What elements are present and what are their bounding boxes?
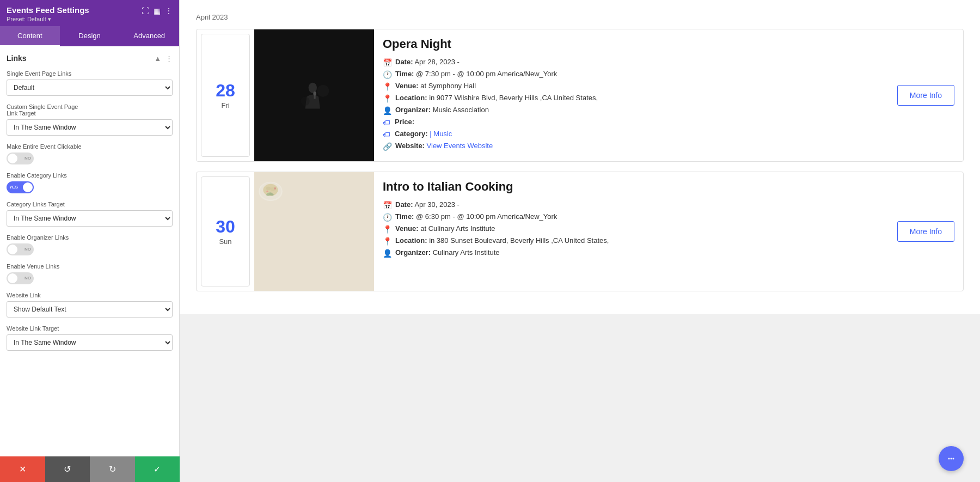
event-organizer-detail-cooking: 👤 Organizer: Culinary Arts Institute: [383, 248, 880, 258]
single-event-select[interactable]: Default Custom: [7, 80, 173, 96]
svg-point-18: [953, 458, 954, 460]
tab-content[interactable]: Content: [0, 26, 60, 46]
enable-category-knob: [23, 182, 33, 192]
panel-header: Events Feed Settings Preset: Default ▾ ⛶…: [0, 0, 179, 26]
date-label-opera: Date:: [395, 58, 413, 66]
cancel-button[interactable]: ✕: [0, 456, 45, 482]
event-price-detail-opera: 🏷 Price:: [383, 118, 880, 127]
more-info-button-cooking[interactable]: More Info: [897, 221, 954, 242]
website-link-target-select[interactable]: In The Same Window In A New Window: [7, 334, 173, 351]
layout-icon[interactable]: ▦: [154, 7, 161, 15]
panel-header-left: Events Feed Settings Preset: Default ▾: [7, 5, 89, 23]
price-icon-opera: 🏷: [383, 118, 391, 127]
enable-category-toggle[interactable]: YES: [7, 181, 34, 193]
save-button[interactable]: ✓: [135, 456, 180, 482]
event-website-detail-opera: 🔗 Website: View Events Website: [383, 142, 880, 151]
event-date-box-cooking: 30 Sun: [201, 176, 250, 286]
calendar-icon-cooking: 📅: [383, 201, 392, 210]
event-title-opera: Opera Night: [383, 37, 880, 51]
event-location-detail-cooking: 📍 Location: in 380 Sunset Boulevard, Bev…: [383, 236, 880, 246]
svg-point-5: [301, 97, 309, 106]
event-date-detail-opera: 📅 Date: Apr 28, 2023 -: [383, 58, 880, 67]
make-entire-event-group: Make Entire Event Clickable NO: [7, 143, 173, 164]
website-value-opera[interactable]: View Events Website: [427, 142, 493, 150]
section-more-icon[interactable]: ⋮: [166, 54, 173, 63]
make-entire-event-toggle[interactable]: NO: [7, 152, 34, 164]
date-label-cooking: Date:: [395, 200, 413, 209]
organizer-label-cooking: Organizer:: [395, 248, 431, 257]
panel-tabs: Content Design Advanced: [0, 26, 179, 46]
custom-link-target-select[interactable]: In The Same Window In A New Window: [7, 119, 173, 136]
website-link-group: Website Link Show Default Text Custom Te…: [7, 292, 173, 318]
event-info-cooking: Intro to Italian Cooking 📅 Date: Apr 30,…: [374, 172, 889, 291]
organizer-label-opera: Organizer:: [395, 106, 431, 114]
location-label-opera: Location:: [395, 94, 427, 102]
make-entire-event-text: NO: [24, 156, 31, 161]
right-panel: April 2023 28 Fri Opera Night 📅 Date: Ap…: [180, 0, 980, 314]
enable-category-text: YES: [9, 185, 18, 190]
category-icon-opera: 🏷: [383, 130, 391, 139]
event-organizer-detail-opera: 👤 Organizer: Music Association: [383, 106, 880, 115]
organizer-value-cooking: Culinary Arts Institute: [433, 248, 500, 257]
tab-advanced[interactable]: Advanced: [119, 26, 179, 46]
time-label-opera: Time:: [395, 70, 414, 78]
organizer-icon-cooking: 👤: [383, 249, 392, 258]
time-value-cooking: @ 6:30 pm - @ 10:00 pm America/New_York: [416, 212, 557, 221]
panel-title: Events Feed Settings: [7, 5, 89, 15]
svg-point-10: [266, 187, 271, 191]
time-value-opera: @ 7:30 pm - @ 10:00 pm America/New_York: [416, 70, 557, 78]
custom-link-target-group: Custom Single Event PageLink Target In T…: [7, 103, 173, 136]
left-panel: Events Feed Settings Preset: Default ▾ ⛶…: [0, 0, 180, 482]
event-card-opera-night: 28 Fri Opera Night 📅 Date: Apr 28, 2023 …: [196, 29, 964, 162]
event-date-day-opera: Fri: [221, 101, 229, 109]
panel-bottom-bar: ✕ ↺ ↻ ✓: [0, 456, 180, 482]
more-icon[interactable]: ⋮: [165, 7, 173, 15]
undo-button[interactable]: ↺: [45, 456, 90, 482]
category-links-target-select[interactable]: In The Same Window In A New Window: [7, 210, 173, 227]
venue-label-opera: Venue:: [395, 82, 419, 90]
svg-point-16: [948, 458, 950, 460]
chat-bubble-button[interactable]: [939, 446, 964, 471]
enable-venue-group: Enable Venue Links NO: [7, 263, 173, 284]
category-links-target-label: Category Links Target: [7, 201, 173, 208]
redo-button[interactable]: ↻: [90, 456, 135, 482]
event-location-detail-opera: 📍 Location: in 9077 Wilshire Blvd, Bever…: [383, 94, 880, 103]
event-date-day-cooking: Sun: [219, 237, 231, 246]
clock-icon-opera: 🕐: [383, 70, 392, 79]
category-value-opera[interactable]: | Music: [430, 130, 452, 138]
website-link-target-label: Website Link Target: [7, 325, 173, 332]
enable-organizer-toggle[interactable]: NO: [7, 243, 34, 255]
event-date-num-opera: 28: [216, 82, 235, 99]
links-section-header: Links ▲ ⋮: [7, 54, 173, 63]
event-actions-cooking: More Info: [889, 172, 963, 291]
price-label-opera: Price:: [395, 118, 414, 126]
enable-venue-knob: [8, 273, 17, 283]
more-info-button-opera[interactable]: More Info: [897, 85, 954, 106]
fullscreen-icon[interactable]: ⛶: [142, 7, 149, 15]
tab-design[interactable]: Design: [60, 26, 120, 46]
section-header-icons: ▲ ⋮: [154, 54, 173, 63]
event-title-cooking: Intro to Italian Cooking: [383, 180, 880, 194]
event-image-opera: [254, 29, 374, 161]
enable-venue-toggle[interactable]: NO: [7, 272, 34, 284]
enable-category-group: Enable Category Links YES: [7, 172, 173, 193]
time-label-cooking: Time:: [395, 212, 414, 221]
website-link-label: Website Link: [7, 292, 173, 298]
category-links-target-group: Category Links Target In The Same Window…: [7, 201, 173, 227]
svg-point-14: [274, 187, 276, 190]
website-link-select[interactable]: Show Default Text Custom Text Hide: [7, 301, 173, 318]
event-time-detail-cooking: 🕐 Time: @ 6:30 pm - @ 10:00 pm America/N…: [383, 212, 880, 222]
enable-organizer-knob: [8, 245, 17, 254]
location-icon-cooking: 📍: [383, 237, 392, 246]
location-value-opera: in 9077 Wilshire Blvd, Beverly Hills ,CA…: [429, 94, 598, 102]
event-date-detail-cooking: 📅 Date: Apr 30, 2023 -: [383, 200, 880, 210]
preset-label[interactable]: Preset: Default ▾: [7, 16, 89, 23]
custom-link-target-label: Custom Single Event PageLink Target: [7, 103, 173, 117]
category-label-opera: Category:: [395, 130, 428, 138]
website-icon-opera: 🔗: [383, 142, 392, 151]
venue-value-cooking: at Culinary Arts Institute: [420, 224, 495, 233]
website-link-target-group: Website Link Target In The Same Window I…: [7, 325, 173, 351]
venue-value-opera: at Symphony Hall: [420, 82, 476, 90]
enable-venue-label: Enable Venue Links: [7, 263, 173, 270]
collapse-icon[interactable]: ▲: [154, 54, 161, 63]
